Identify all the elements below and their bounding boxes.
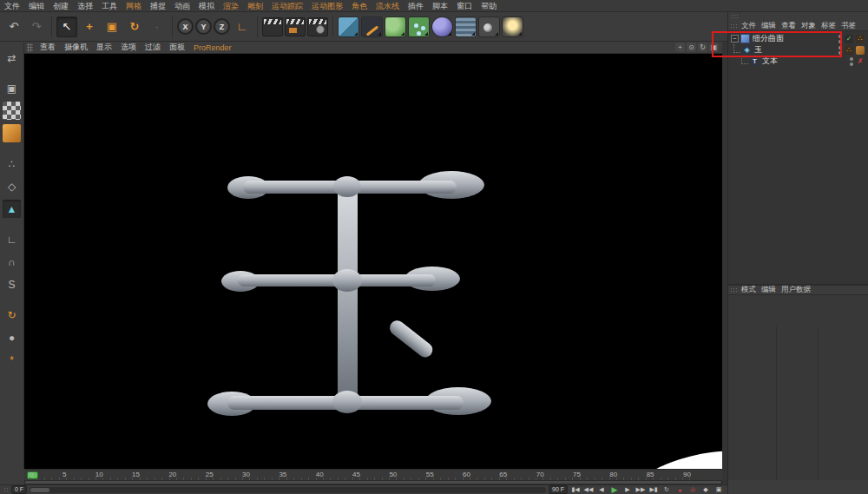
vp-menu-filter[interactable]: 过滤 — [141, 42, 165, 53]
render-view-button[interactable] — [262, 17, 283, 36]
deformer-icon[interactable] — [431, 16, 453, 37]
vp-menu-options[interactable]: 选项 — [116, 42, 141, 53]
coordinate-system-button[interactable]: ∟ — [232, 16, 253, 37]
end-frame-field[interactable]: 90 F — [549, 485, 568, 494]
drag-grip-icon[interactable] — [731, 14, 738, 19]
convert-mode-icon[interactable]: ⇄ — [3, 49, 21, 67]
z-axis-lock-button[interactable]: Z — [214, 18, 230, 35]
preview-range-handle[interactable] — [30, 488, 49, 492]
om-menu-edit[interactable]: 编辑 — [759, 21, 779, 31]
preview-range-slider[interactable] — [30, 487, 546, 493]
undo-button[interactable]: ↶ — [3, 16, 24, 37]
cube-primitive-icon[interactable] — [338, 16, 359, 37]
menu-help[interactable]: 帮助 — [477, 0, 501, 12]
keyframe-selection-button[interactable]: ◆ — [700, 486, 711, 494]
vp-menu-prorender[interactable]: ProRender — [189, 43, 236, 52]
spline-pen-icon[interactable] — [361, 16, 383, 37]
om-menu-view[interactable]: 查看 — [779, 21, 799, 31]
menu-render[interactable]: 渲染 — [219, 0, 243, 12]
visibility-dots-icon[interactable] — [850, 57, 853, 66]
light-icon[interactable] — [502, 16, 523, 37]
subdivision-surface-icon[interactable] — [385, 16, 406, 37]
record-parameters-button[interactable]: ▣ — [713, 486, 724, 494]
om-menu-objects[interactable]: 对象 — [799, 21, 819, 31]
last-tool-button[interactable]: · — [147, 16, 168, 37]
vp-menu-panel[interactable]: 面板 — [165, 42, 189, 53]
am-menu-edit[interactable]: 编辑 — [759, 285, 779, 295]
model-mode-icon[interactable]: ▣ — [3, 79, 21, 97]
menu-mograph[interactable]: 运动图形 — [307, 0, 347, 12]
vp-menu-cameras[interactable]: 摄像机 — [60, 42, 92, 53]
record-keyframe-button[interactable]: ● — [674, 486, 685, 494]
live-selection-tool[interactable]: ↖ — [56, 16, 77, 37]
go-to-start-button[interactable]: ▮◀ — [570, 486, 581, 494]
lock-icon[interactable]: ● — [3, 328, 21, 346]
om-menu-file[interactable]: 文件 — [739, 21, 759, 31]
menu-motion-tracker[interactable]: 运动跟踪 — [267, 0, 307, 12]
volume-builder-icon[interactable] — [408, 16, 430, 37]
next-frame-button[interactable]: ▶ — [622, 486, 633, 494]
3d-viewport[interactable] — [24, 54, 722, 469]
phong-tag-icon[interactable]: ∴ — [856, 35, 865, 43]
om-menu-tags[interactable]: 标签 — [819, 21, 838, 31]
menu-pipeline[interactable]: 流水线 — [372, 0, 404, 12]
drag-grip-icon[interactable] — [730, 287, 737, 293]
floor-environment-icon[interactable] — [455, 16, 477, 37]
menu-plugins[interactable]: 插件 — [404, 0, 428, 12]
rotate-tool[interactable]: ↻ — [124, 16, 145, 37]
drag-grip-icon[interactable] — [3, 487, 9, 493]
disabled-cross-icon[interactable]: ✗ — [856, 57, 865, 66]
viewport-pan-icon[interactable]: + — [675, 43, 685, 52]
x-axis-lock-button[interactable]: X — [177, 18, 194, 35]
workplane-icon[interactable] — [3, 124, 21, 142]
render-settings-button[interactable] — [307, 17, 328, 36]
next-key-button[interactable]: ▶▶ — [635, 486, 646, 494]
polygons-mode-icon[interactable]: ▲ — [3, 200, 21, 218]
menu-character[interactable]: 角色 — [347, 0, 372, 12]
timeline-ruler[interactable]: 0 5 10 15 20 25 30 35 40 45 50 55 60 65 … — [24, 469, 722, 480]
loop-button[interactable]: ↻ — [661, 486, 672, 494]
menu-snap[interactable]: 捕捉 — [146, 0, 170, 12]
phong-tag-icon[interactable]: ∴ — [845, 46, 853, 55]
workplane-rotate-icon[interactable]: ↻ — [3, 306, 21, 324]
menu-mesh[interactable]: 网格 — [122, 0, 146, 12]
vp-menu-view[interactable]: 查看 — [36, 42, 60, 53]
timeline-scrollbar-handle[interactable] — [25, 481, 721, 484]
autokey-button[interactable]: ◎ — [687, 486, 698, 494]
edges-mode-icon[interactable]: ◇ — [3, 177, 21, 195]
y-axis-lock-button[interactable]: Y — [195, 18, 212, 35]
menu-create[interactable]: 创建 — [49, 0, 73, 12]
menu-script[interactable]: 脚本 — [428, 0, 452, 12]
play-button[interactable]: ▶ — [609, 486, 620, 494]
start-frame-field[interactable]: 0 F — [11, 485, 27, 494]
render-to-picture-viewer-button[interactable] — [285, 17, 306, 36]
menu-animate[interactable]: 动画 — [170, 0, 194, 12]
menu-edit[interactable]: 编辑 — [24, 0, 49, 12]
texture-tag-icon[interactable] — [856, 46, 865, 55]
viewport-zoom-icon[interactable]: ⊙ — [687, 43, 696, 52]
snap-icon[interactable]: ∩ — [3, 253, 21, 271]
menu-simulate[interactable]: 模拟 — [194, 0, 219, 12]
enabled-check-icon[interactable]: ✓ — [845, 35, 853, 43]
scale-tool[interactable]: ▣ — [102, 16, 122, 37]
points-mode-icon[interactable]: ∴ — [3, 155, 21, 173]
redo-button[interactable]: ↷ — [26, 16, 47, 37]
viewport-rotate-icon[interactable]: ↻ — [698, 43, 707, 52]
previous-key-button[interactable]: ◀◀ — [583, 486, 594, 494]
texture-mode-icon[interactable] — [3, 102, 21, 120]
move-tool[interactable]: + — [79, 16, 100, 37]
axis-mode-icon[interactable]: ∟ — [3, 230, 21, 248]
camera-icon[interactable] — [478, 16, 500, 37]
om-menu-bookmarks[interactable]: 书签 — [838, 21, 858, 31]
drag-grip-icon[interactable] — [730, 23, 737, 29]
vp-menu-display[interactable]: 显示 — [92, 42, 116, 53]
solo-mode-icon[interactable]: S — [3, 275, 21, 293]
menu-window[interactable]: 窗口 — [452, 0, 477, 12]
menu-select[interactable]: 选择 — [73, 0, 97, 12]
modeling-settings-icon[interactable]: * — [3, 351, 21, 369]
previous-frame-button[interactable]: ◀ — [596, 486, 607, 494]
drag-grip-icon[interactable] — [27, 43, 33, 52]
am-menu-userdata[interactable]: 用户数据 — [779, 285, 813, 295]
am-menu-mode[interactable]: 模式 — [739, 285, 759, 295]
menu-file[interactable]: 文件 — [0, 0, 24, 12]
